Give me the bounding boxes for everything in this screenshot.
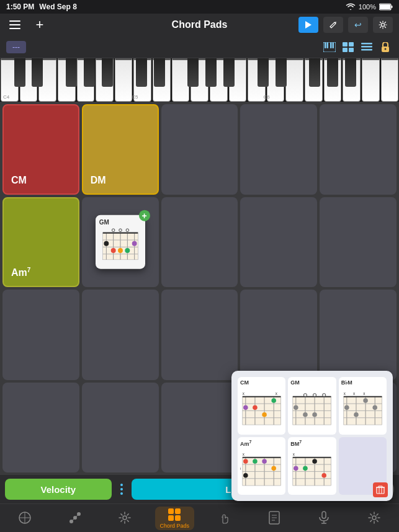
- svg-point-112: [303, 466, 308, 471]
- white-key-f3[interactable]: [324, 58, 342, 102]
- white-key-d3[interactable]: [285, 58, 303, 102]
- piano-icon[interactable]: [322, 40, 337, 55]
- scale-icon: [18, 511, 32, 525]
- tab-settings2[interactable]: [100, 504, 150, 532]
- white-key-e[interactable]: [38, 58, 56, 102]
- svg-rect-116: [377, 487, 384, 494]
- chord-popup-gm: GM +: [96, 215, 145, 269]
- svg-rect-9: [325, 42, 326, 48]
- svg-rect-137: [168, 515, 174, 521]
- svg-rect-4: [9, 24, 20, 25]
- pad-empty-9[interactable]: [161, 290, 238, 380]
- mic-icon: [317, 511, 331, 525]
- svg-point-82: [344, 406, 349, 410]
- white-key-b3[interactable]: [381, 58, 399, 102]
- svg-point-134: [123, 516, 127, 520]
- svg-line-133: [71, 514, 79, 521]
- white-key-a[interactable]: [96, 58, 114, 102]
- svg-point-101: [243, 473, 248, 478]
- pad-empty-13[interactable]: [82, 383, 159, 473]
- tab-gear[interactable]: [349, 504, 399, 532]
- svg-rect-135: [168, 508, 174, 514]
- chord-card-bm7[interactable]: BM7 x: [288, 437, 336, 495]
- dash-button[interactable]: ---: [6, 41, 26, 53]
- tab-doc[interactable]: [249, 504, 299, 532]
- pad-empty-2[interactable]: [240, 104, 317, 195]
- white-key-a3[interactable]: [362, 58, 380, 102]
- pad-dm[interactable]: DM: [82, 104, 159, 195]
- white-key-f[interactable]: [58, 58, 76, 102]
- arp-icon: [68, 511, 82, 525]
- chordpads-icon: [168, 508, 181, 521]
- white-key-e3[interactable]: [305, 58, 323, 102]
- tab-scale[interactable]: [0, 504, 50, 532]
- svg-rect-12: [333, 42, 334, 48]
- pad-gm[interactable]: GM +: [82, 197, 159, 288]
- pad-empty-4[interactable]: [161, 197, 238, 288]
- svg-rect-144: [322, 512, 326, 518]
- pad-empty-1[interactable]: [161, 104, 238, 195]
- menu-icon[interactable]: [6, 16, 24, 33]
- dot-1: [120, 484, 123, 486]
- white-key-g2[interactable]: [210, 58, 228, 102]
- piano-keyboard[interactable]: C4 C5 C6: [0, 58, 399, 102]
- pad-empty-10[interactable]: [240, 290, 317, 380]
- play-button[interactable]: [298, 17, 318, 33]
- secondary-toolbar: ---: [0, 36, 399, 58]
- pad-empty-5[interactable]: [240, 197, 317, 288]
- trash-button[interactable]: [373, 482, 388, 497]
- pad-am7[interactable]: Am7: [2, 197, 79, 288]
- pad-empty-12[interactable]: [2, 383, 79, 473]
- svg-point-67: [294, 406, 298, 410]
- chord-card-bm7-title: BM7: [290, 440, 302, 447]
- lock-icon[interactable]: [378, 40, 393, 55]
- svg-text:x: x: [363, 391, 365, 396]
- tab-mic[interactable]: [299, 504, 349, 532]
- svg-rect-10: [327, 42, 329, 48]
- white-key-a2[interactable]: [229, 58, 247, 102]
- white-keys: [0, 58, 399, 102]
- white-key-d2[interactable]: [153, 58, 171, 102]
- white-key-f2[interactable]: [191, 58, 208, 102]
- grid-icon[interactable]: [341, 40, 356, 55]
- svg-point-97: [243, 459, 248, 464]
- pad-empty-3[interactable]: [320, 104, 397, 195]
- white-key-d[interactable]: [20, 58, 38, 102]
- pad-empty-11[interactable]: [320, 290, 397, 380]
- white-key-g3[interactable]: [343, 58, 361, 102]
- dot-2: [120, 488, 123, 490]
- tab-chordpads[interactable]: Chord Pads: [150, 504, 199, 532]
- pad-empty-8[interactable]: [82, 290, 159, 380]
- settings-button[interactable]: [373, 17, 393, 33]
- pad-empty-7[interactable]: [2, 290, 79, 380]
- svg-text:x: x: [293, 452, 295, 456]
- tab-arp[interactable]: [50, 504, 99, 532]
- chord-card-am7[interactable]: Am7 x 5: [238, 437, 285, 495]
- battery-pct: 100%: [359, 3, 376, 11]
- svg-point-83: [354, 412, 359, 417]
- tab-hand[interactable]: [200, 504, 249, 532]
- chord-card-bbm[interactable]: B♭M x x x: [339, 377, 387, 435]
- white-key-g[interactable]: [77, 58, 95, 102]
- svg-point-114: [322, 473, 327, 478]
- white-key-b[interactable]: [115, 58, 133, 102]
- svg-point-38: [125, 248, 130, 253]
- add-button[interactable]: +: [31, 16, 48, 33]
- chord-card-cm[interactable]: CM x x: [238, 377, 285, 435]
- add-chord-button[interactable]: +: [139, 210, 150, 221]
- pad-empty-14[interactable]: [161, 383, 238, 473]
- pad-empty-6[interactable]: [320, 197, 397, 288]
- chord-card-gm-panel[interactable]: GM: [288, 377, 336, 435]
- list-icon[interactable]: [359, 40, 374, 55]
- svg-text:x: x: [243, 452, 245, 456]
- velocity-button[interactable]: Velocity: [5, 479, 112, 500]
- svg-rect-1: [380, 4, 390, 9]
- undo-button[interactable]: ↩: [348, 17, 368, 33]
- edit-button[interactable]: [323, 17, 343, 33]
- svg-rect-15: [343, 48, 347, 52]
- white-key-e2[interactable]: [172, 58, 190, 102]
- chord-card-gm-title: GM: [290, 379, 300, 386]
- tab-bar: Chord Pads: [0, 503, 399, 532]
- pad-cm[interactable]: CM: [2, 104, 79, 195]
- dot-menu[interactable]: [115, 479, 128, 500]
